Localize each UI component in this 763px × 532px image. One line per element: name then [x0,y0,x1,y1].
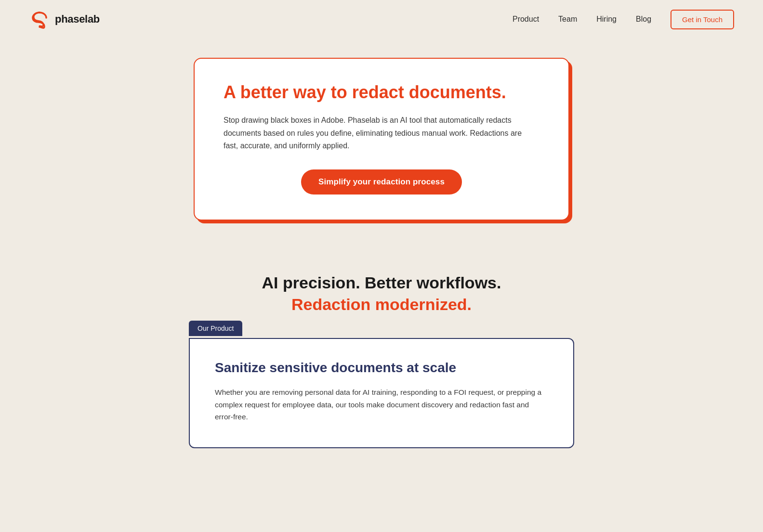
product-section: Our Product Sanitize sensitive documents… [0,338,763,477]
hero-card: A better way to redact documents. Stop d… [194,58,569,221]
simplify-cta-button[interactable]: Simplify your redaction process [301,169,462,195]
our-product-tab: Our Product [189,321,242,336]
nav-links: Product Team Hiring Blog Get in Touch [513,10,734,29]
product-title: Sanitize sensitive documents at scale [215,360,548,376]
hero-title: A better way to redact documents. [224,82,539,103]
logo-text: phaselab [55,13,100,26]
logo[interactable]: phaselab [29,9,100,30]
middle-title-line1: AI precision. Better workflows. [29,273,734,292]
logo-icon [29,9,50,30]
nav-team[interactable]: Team [558,15,577,24]
product-card: Sanitize sensitive documents at scale Wh… [189,338,574,448]
nav-product[interactable]: Product [513,15,539,24]
navbar: phaselab Product Team Hiring Blog Get in… [0,0,763,39]
nav-blog[interactable]: Blog [636,15,651,24]
nav-hiring[interactable]: Hiring [596,15,617,24]
middle-section: AI precision. Better workflows. Redactio… [0,245,763,338]
hero-description: Stop drawing black boxes in Adobe. Phase… [224,114,532,152]
product-card-wrapper: Our Product Sanitize sensitive documents… [189,338,574,448]
middle-title-line2: Redaction modernized. [29,295,734,314]
get-in-touch-button[interactable]: Get in Touch [671,10,734,29]
hero-section: A better way to redact documents. Stop d… [0,39,763,245]
product-description: Whether you are removing personal data f… [215,386,542,423]
